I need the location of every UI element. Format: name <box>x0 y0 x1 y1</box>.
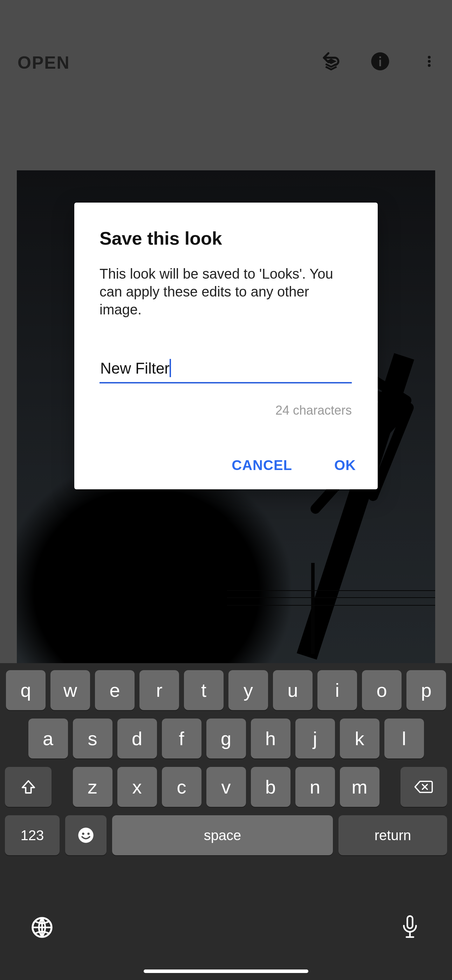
key-b[interactable]: b <box>251 767 290 807</box>
key-x[interactable]: x <box>118 767 157 807</box>
dialog-actions: CANCEL OK <box>232 457 356 473</box>
dictation-icon[interactable] <box>396 913 424 942</box>
svg-point-6 <box>78 827 93 843</box>
key-y[interactable]: y <box>228 670 268 710</box>
filter-name-field <box>100 358 352 383</box>
svg-point-7 <box>82 832 84 835</box>
key-v[interactable]: v <box>206 767 246 807</box>
space-key[interactable]: space <box>112 815 333 855</box>
dialog-title: Save this look <box>100 228 352 249</box>
dialog-description: This look will be saved to 'Looks'. You … <box>100 265 352 319</box>
key-k[interactable]: k <box>340 719 379 759</box>
key-d[interactable]: d <box>118 719 157 759</box>
numbers-key[interactable]: 123 <box>5 815 60 855</box>
key-t[interactable]: t <box>184 670 224 710</box>
key-e[interactable]: e <box>95 670 135 710</box>
screen: OPEN <box>0 0 452 980</box>
key-j[interactable]: j <box>295 719 335 759</box>
key-n[interactable]: n <box>295 767 335 807</box>
key-g[interactable]: g <box>206 719 246 759</box>
key-o[interactable]: o <box>362 670 401 710</box>
ok-button[interactable]: OK <box>334 457 356 473</box>
key-m[interactable]: m <box>340 767 379 807</box>
key-c[interactable]: c <box>162 767 202 807</box>
key-u[interactable]: u <box>273 670 312 710</box>
svg-rect-10 <box>407 916 413 929</box>
on-screen-keyboard: qwertyuiop asdfghjkl zxcvbnm 123 space r… <box>0 663 452 980</box>
character-limit-label: 24 characters <box>100 403 352 418</box>
key-i[interactable]: i <box>317 670 357 710</box>
key-l[interactable]: l <box>384 719 424 759</box>
key-s[interactable]: s <box>73 719 113 759</box>
key-w[interactable]: w <box>51 670 90 710</box>
home-indicator[interactable] <box>144 969 308 973</box>
backspace-key[interactable] <box>401 767 447 807</box>
key-q[interactable]: q <box>6 670 46 710</box>
key-f[interactable]: f <box>162 719 202 759</box>
return-key[interactable]: return <box>339 815 447 855</box>
key-r[interactable]: r <box>140 670 179 710</box>
key-z[interactable]: z <box>73 767 113 807</box>
svg-point-8 <box>87 832 90 835</box>
emoji-key[interactable] <box>65 815 107 855</box>
filter-name-input[interactable] <box>100 358 352 383</box>
keyboard-bottom-bar <box>0 899 452 969</box>
key-a[interactable]: a <box>29 719 68 759</box>
cancel-button[interactable]: CANCEL <box>232 457 292 473</box>
text-caret <box>170 359 171 377</box>
key-h[interactable]: h <box>251 719 290 759</box>
save-look-dialog: Save this look This look will be saved t… <box>74 203 378 489</box>
globe-icon[interactable] <box>28 913 56 942</box>
shift-key[interactable] <box>5 767 51 807</box>
key-p[interactable]: p <box>406 670 446 710</box>
